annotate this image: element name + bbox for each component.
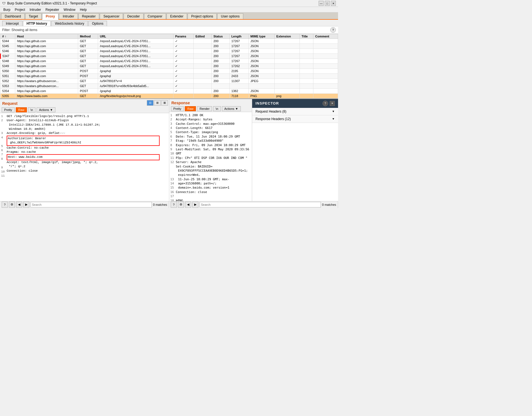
col-edited[interactable]: Edited [194, 34, 212, 39]
menu-burp[interactable]: Burp [1, 7, 12, 12]
subtab-options[interactable]: Options [88, 21, 107, 26]
response-ln-btn[interactable]: \n [213, 106, 221, 111]
close-button[interactable]: ✕ [331, 1, 336, 6]
inspector-request-headers-label: Request Headers (8) [255, 110, 286, 113]
view-split-h-button[interactable]: ⊟ [147, 100, 154, 106]
col-status[interactable]: Status [212, 34, 230, 39]
search-input-right[interactable] [200, 202, 321, 207]
col-num[interactable]: # ↑ [1, 34, 15, 39]
menu-repeater[interactable]: Repeater [43, 7, 61, 12]
col-url[interactable]: URL [98, 34, 173, 39]
inspector-response-headers-toggle[interactable]: Response Headers (12) ▼ [252, 115, 338, 123]
bottom-right-section: ? ⚙ ◀ ▶ 0 matches [169, 201, 338, 208]
inspector-response-headers-section: Response Headers (12) ▼ [252, 115, 338, 123]
http-history-table-container: # ↑ Host Method URL Params Edited Status… [0, 34, 338, 98]
inspector-response-headers-label: Response Headers (12) [255, 117, 291, 121]
menu-help[interactable]: Help [78, 7, 89, 12]
subtab-intercept[interactable]: Intercept [2, 21, 22, 26]
table-row[interactable]: 5353https://avatars.githubusercon...GET/… [1, 83, 338, 88]
subtab-http-history[interactable]: HTTP history [23, 21, 51, 26]
response-render-btn[interactable]: Render [197, 106, 212, 111]
menu-window[interactable]: Window [61, 7, 78, 12]
inspector-help-button[interactable]: ? [323, 101, 328, 106]
request-actions-btn[interactable]: Actions ▼ [37, 107, 55, 112]
search-input-left[interactable] [30, 202, 152, 207]
tab-dashboard[interactable]: Dashboard [1, 13, 25, 19]
table-row[interactable]: 5344https://api.github.comGET/repos/Lead… [1, 39, 338, 44]
tab-comparer[interactable]: Comparer [144, 13, 166, 19]
right-outer: Response Pretty Raw Render \n Actions ▼ … [169, 99, 338, 201]
tab-project-options[interactable]: Project options [188, 13, 217, 19]
filter-help-button[interactable]: ? [330, 27, 336, 33]
bottom-next-left-button[interactable]: ▶ [23, 202, 29, 208]
col-method[interactable]: Method [78, 34, 98, 39]
tab-user-options[interactable]: User options [217, 13, 243, 19]
response-panel: Response Pretty Raw Render \n Actions ▼ … [169, 99, 252, 201]
menu-project[interactable]: Project [12, 7, 27, 12]
view-expand-button[interactable]: ⊠ [161, 100, 168, 106]
matches-right: 0 matches [322, 203, 336, 206]
view-toggle-buttons: ⊟ ⊞ ⊠ [146, 99, 169, 107]
http-history-table: # ↑ Host Method URL Params Edited Status… [0, 34, 338, 98]
bottom-prev-left-button[interactable]: ◀ [16, 202, 22, 208]
minimize-button[interactable]: — [319, 1, 324, 6]
tab-sequencer[interactable]: Sequencer [100, 13, 123, 19]
app-window: 🛡 Burp Suite Community Edition v2021.3.1… [0, 0, 338, 208]
matches-left: 0 matches [153, 203, 167, 206]
bottom-prev-right-button[interactable]: ◀ [185, 202, 191, 208]
response-raw-btn[interactable]: Raw [185, 106, 196, 111]
table-scroll[interactable]: # ↑ Host Method URL Params Edited Status… [0, 34, 338, 98]
table-row[interactable]: 5350https://api.github.comPOST/graphql✓2… [1, 69, 338, 73]
request-title: Request [0, 100, 20, 106]
table-row[interactable]: 5346https://api.github.comGET/repos/Lead… [1, 49, 338, 54]
col-length[interactable]: Length [229, 34, 249, 39]
response-actions-btn[interactable]: Actions ▼ [222, 106, 241, 111]
title-bar: 🛡 Burp Suite Community Edition v2021.3.1… [0, 0, 338, 7]
bottom-help-left-button[interactable]: ? [2, 202, 8, 208]
table-row[interactable]: 5345https://api.github.comGET/repos/Lead… [1, 44, 338, 49]
table-row[interactable]: 5349https://api.github.comGET/repos/Lead… [1, 64, 338, 69]
request-panel: Request ⊟ ⊞ ⊠ Pretty Raw \n Actions ▼ 12… [0, 99, 169, 201]
bottom-settings-left-button[interactable]: ⚙ [9, 202, 15, 208]
tab-target[interactable]: Target [25, 13, 42, 19]
inspector-request-headers-toggle[interactable]: Request Headers (8) ▼ [252, 108, 338, 115]
table-row[interactable]: 5348https://api.github.comGET/repos/Lead… [1, 59, 338, 64]
col-title[interactable]: Title [300, 34, 313, 39]
inspector-request-headers-section: Request Headers (8) ▼ [252, 108, 338, 115]
request-raw-btn[interactable]: Raw [16, 107, 27, 112]
col-params[interactable]: Params [173, 34, 194, 39]
response-pretty-btn[interactable]: Pretty [171, 106, 184, 111]
table-row[interactable]: 5351https://api.github.comPOST/graphql✓2… [1, 73, 338, 78]
table-row[interactable]: 5347https://api.github.comGET/repos/Lead… [1, 54, 338, 59]
table-row[interactable]: 5355https://www.baidu.comGET/img/flexibl… [1, 93, 338, 98]
tab-intruder[interactable]: Intruder [59, 13, 78, 19]
menu-intruder[interactable]: Intruder [27, 7, 43, 12]
inspector-request-headers-chevron: ▼ [332, 110, 335, 113]
subtab-websockets-history[interactable]: WebSockets history [51, 21, 88, 26]
app-icon: 🛡 [2, 1, 6, 5]
col-mime[interactable]: MIME type [249, 34, 275, 39]
table-row[interactable]: 5352https://avatars.githubusercon...GET/… [1, 78, 338, 83]
tab-proxy[interactable]: Proxy [42, 13, 58, 20]
tab-extender[interactable]: Extender [167, 13, 187, 19]
tab-repeater[interactable]: Repeater [78, 13, 99, 19]
bottom-help-right-button[interactable]: ? [171, 202, 177, 208]
view-split-v-button[interactable]: ⊞ [154, 100, 161, 106]
bottom-settings-right-button[interactable]: ⚙ [178, 202, 184, 208]
col-extension[interactable]: Extension [275, 34, 300, 39]
title-bar-controls: — □ ✕ [319, 1, 336, 6]
maximize-button[interactable]: □ [325, 1, 330, 6]
request-pretty-btn[interactable]: Pretty [2, 107, 15, 112]
table-row[interactable]: 5354https://api.github.comPOST/graphql✓2… [1, 88, 338, 93]
col-comment[interactable]: Comment [313, 34, 338, 39]
sub-tab-bar: Intercept HTTP history WebSockets histor… [0, 20, 338, 26]
bottom-next-right-button[interactable]: ▶ [192, 202, 198, 208]
menu-bar: Burp Project Intruder Repeater Window He… [0, 7, 338, 12]
title-bar-left: 🛡 Burp Suite Community Edition v2021.3.1… [2, 1, 97, 5]
col-host[interactable]: Host [15, 34, 78, 39]
inspector-close-button[interactable]: ✕ [330, 101, 335, 106]
bottom-bar: ? ⚙ ◀ ▶ 0 matches ? ⚙ ◀ ▶ 0 matches [0, 201, 338, 208]
tab-decoder[interactable]: Decoder [124, 13, 143, 19]
filter-label: Filter: Showing all items [2, 28, 37, 32]
request-ln-btn[interactable]: \n [28, 107, 35, 112]
